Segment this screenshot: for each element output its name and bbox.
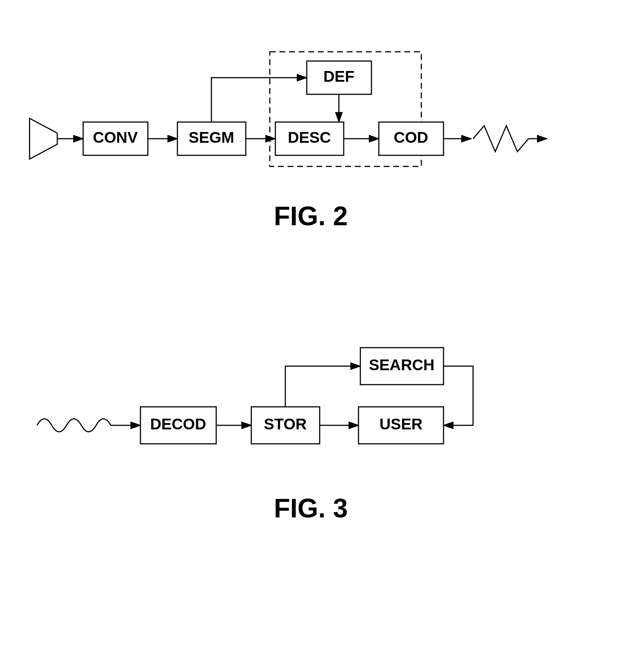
cod-block: COD: [379, 122, 443, 155]
def-block: DEF: [307, 61, 371, 94]
segm-label: SEGM: [188, 129, 234, 146]
decod-block: DECOD: [140, 407, 216, 444]
desc-label: DESC: [288, 129, 331, 146]
search-label: SEARCH: [369, 356, 434, 374]
receive-signal-icon: [37, 419, 111, 432]
diagrams-container: CONV SEGM DEF DESC: [0, 0, 622, 672]
search-block: SEARCH: [360, 348, 443, 385]
arrow-search-user: [443, 366, 473, 425]
conv-label: CONV: [93, 129, 137, 146]
segm-block: SEGM: [177, 122, 246, 155]
stor-label: STOR: [264, 415, 307, 433]
desc-block: DESC: [275, 122, 344, 155]
transmit-signal-icon: [473, 126, 528, 152]
fig3-title: FIG. 3: [274, 493, 348, 523]
svg-marker-0: [30, 118, 57, 159]
cod-label: COD: [394, 129, 428, 146]
def-label: DEF: [323, 68, 354, 85]
fig2-title: FIG. 2: [274, 201, 348, 231]
stor-block: STOR: [251, 407, 320, 444]
user-block: USER: [358, 407, 443, 444]
decod-label: DECOD: [150, 415, 206, 433]
camera-icon: [30, 118, 57, 159]
conv-block: CONV: [83, 122, 148, 155]
user-label: USER: [380, 415, 423, 433]
arrow-stor-search: [285, 366, 360, 407]
arrow-segm-def: [211, 78, 307, 122]
